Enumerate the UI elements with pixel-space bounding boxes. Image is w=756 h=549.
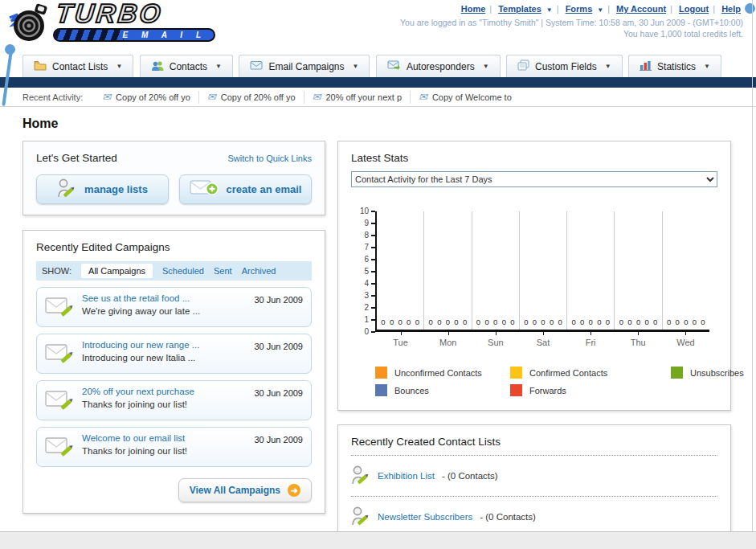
recent-activity-item[interactable]: ✉Copy of 20% off yo (198, 91, 304, 104)
filter-scheduled[interactable]: Scheduled (162, 266, 204, 276)
templates-dropdown-caret[interactable]: ▼ (546, 6, 553, 14)
campaign-row[interactable]: Welcome to our email list Thanks for joi… (36, 427, 312, 467)
recent-activity-bar: Recent Activity: ✉Copy of 20% off yo ✉Co… (0, 88, 756, 107)
campaign-title-link[interactable]: Welcome to our email list (82, 433, 246, 443)
campaign-title-link[interactable]: Introducing our new range ... (82, 340, 246, 350)
recent-activity-item[interactable]: ✉20% off your next p (304, 91, 411, 104)
bar-value-label: 0 (476, 318, 480, 326)
envelope-pencil-icon (45, 388, 74, 414)
chart-day-group: 00000 (377, 211, 423, 330)
tab-email-campaigns[interactable]: Email Campaigns▼ (239, 55, 370, 77)
tab-autoresponders[interactable]: Autoresponders▼ (376, 55, 501, 77)
campaign-title-link[interactable]: See us at the retail food ... (82, 293, 246, 303)
contact-list-detail: - (0 Contacts) (442, 471, 498, 481)
bar-value-label: 0 (571, 318, 575, 326)
button-label: create an email (227, 183, 302, 195)
campaign-date: 30 Jun 2009 (254, 388, 303, 398)
bar-value-label: 0 (667, 318, 671, 326)
campaign-date: 30 Jun 2009 (254, 295, 303, 305)
button-label: manage lists (84, 183, 148, 195)
bar-value-label: 0 (550, 318, 554, 326)
chart-plot: 00000000000000000000000000000000000 (375, 211, 709, 332)
logo-email-bar: E M A I L (53, 28, 215, 42)
contact-list-link[interactable]: Exhibition List (378, 471, 435, 481)
bar-value-label: 0 (454, 318, 458, 326)
envelope-icon: ✉ (102, 93, 111, 101)
header-link-templates[interactable]: Templates (498, 4, 541, 14)
legend-item: Unconfirmed Contacts (375, 367, 510, 379)
y-axis-tick: 6 (364, 256, 375, 264)
create-an-email-button[interactable]: create an email (179, 174, 312, 204)
chevron-down-icon: ▼ (215, 63, 222, 70)
x-axis-label: Sun (472, 332, 519, 347)
legend-swatch (510, 367, 522, 379)
logo-stripes (55, 30, 124, 40)
header-link-help[interactable]: Help (721, 4, 741, 14)
recent-activity-label: Recent Activity: (22, 92, 83, 102)
envelope-pencil-icon (45, 435, 74, 461)
y-axis-tick: 1 (364, 316, 375, 324)
campaign-filter-bar: SHOW: All Campaigns Scheduled Sent Archi… (36, 261, 312, 281)
bar-value-label: 0 (463, 318, 467, 326)
header-link-home[interactable]: Home (461, 4, 486, 14)
header-link-forms[interactable]: Forms (566, 4, 593, 14)
bar-value-label: 0 (390, 318, 394, 326)
envelope-icon: ✉ (207, 93, 216, 101)
campaigns-panel: Recently Edited Campaigns SHOW: All Camp… (22, 230, 325, 514)
view-all-campaigns-button[interactable]: View All Campaigns ➜ (178, 478, 312, 502)
campaign-row[interactable]: See us at the retail food ... We're givi… (36, 287, 312, 327)
switch-to-quick-links[interactable]: Switch to Quick Links (227, 154, 312, 163)
turbo-email-logo: TURBO E M A I L (6, 2, 223, 47)
header-link-logout[interactable]: Logout (679, 4, 709, 14)
chart-day-group: 00000 (566, 211, 614, 330)
chevron-down-icon: ▼ (483, 63, 489, 70)
stats-period-select[interactable]: Contact Activity for the Last 7 Days (351, 171, 717, 187)
bar-value-label: 0 (693, 318, 697, 326)
contact-lists-title: Recently Created Contact Lists (351, 436, 717, 448)
turbocharger-icon (6, 3, 53, 47)
chevron-down-icon: ▼ (704, 63, 710, 70)
filter-all-campaigns[interactable]: All Campaigns (81, 264, 153, 278)
tab-custom-fields[interactable]: Custom Fields▼ (506, 55, 623, 77)
contact-activity-chart: 012345678910 000000000000000000000000000… (351, 211, 717, 332)
campaign-row[interactable]: Introducing our new range ... Introducin… (36, 334, 312, 374)
campaign-date: 30 Jun 2009 (254, 435, 303, 445)
tab-statistics[interactable]: Statistics▼ (628, 55, 721, 77)
chevron-down-icon: ▼ (353, 63, 359, 70)
show-label: SHOW: (42, 266, 72, 276)
campaign-subtitle: We're giving away our late ... (82, 306, 200, 316)
tab-label: Autoresponders (407, 61, 475, 72)
campaign-row[interactable]: 20% off your next purchase Thanks for jo… (36, 380, 312, 420)
x-axis-label: Tue (377, 332, 424, 347)
header-link-my-account[interactable]: My Account (616, 4, 666, 14)
y-axis: 012345678910 (351, 211, 375, 332)
filter-archived[interactable]: Archived (242, 266, 276, 276)
x-axis-label: Wed (662, 332, 709, 347)
bar-value-label: 0 (398, 318, 402, 326)
campaign-title-link[interactable]: 20% off your next purchase (82, 387, 246, 396)
contact-list-row[interactable]: Exhibition List - (0 Contacts) (351, 463, 717, 489)
legend-label: Confirmed Contacts (529, 368, 607, 378)
recent-activity-item[interactable]: ✉Copy of Welcome to (410, 91, 520, 104)
tab-contact-lists[interactable]: Contact Lists▼ (22, 55, 133, 77)
bar-value-label: 0 (415, 318, 419, 326)
tab-contacts[interactable]: Contacts▼ (140, 55, 233, 77)
main-content: Home Let's Get Started Switch to Quick L… (0, 107, 756, 549)
bar-value-label: 0 (606, 318, 610, 326)
campaign-subtitle: Thanks for joining our list! (82, 446, 187, 456)
header-links: Home| Templates▼| Forms▼| My Account| Lo… (400, 4, 743, 14)
filter-sent[interactable]: Sent (214, 266, 232, 276)
person-pencil-icon (57, 178, 76, 201)
legend-label: Unsubscribes (690, 368, 744, 378)
bar-value-label: 0 (381, 318, 385, 326)
legend-label: Unconfirmed Contacts (394, 368, 482, 378)
header-right: Home| Templates▼| Forms▼| My Account| Lo… (400, 4, 743, 39)
bar-value-label: 0 (437, 318, 441, 326)
manage-lists-button[interactable]: manage lists (36, 174, 169, 204)
contact-list-link[interactable]: Newsletter Subscribers (378, 512, 472, 522)
recent-activity-item[interactable]: ✉Copy of 20% off yo (94, 91, 198, 104)
person-pencil-icon (351, 465, 370, 487)
contact-list-row[interactable]: Newsletter Subscribers - (0 Contacts) (351, 504, 717, 530)
forms-dropdown-caret[interactable]: ▼ (597, 6, 603, 14)
y-axis-tick: 0 (364, 328, 375, 336)
